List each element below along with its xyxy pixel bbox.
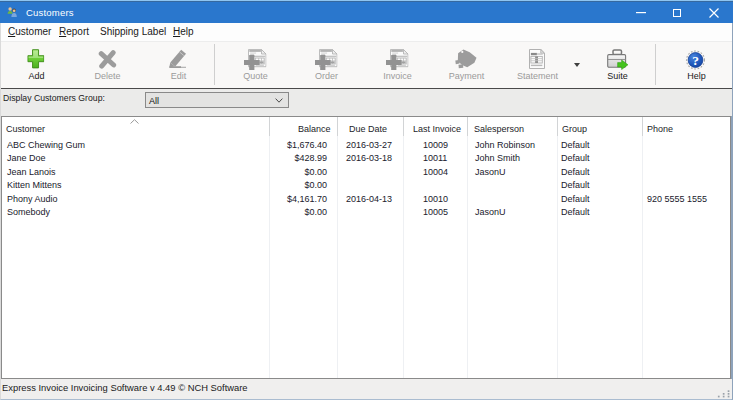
svg-text:?: ? (692, 53, 699, 68)
